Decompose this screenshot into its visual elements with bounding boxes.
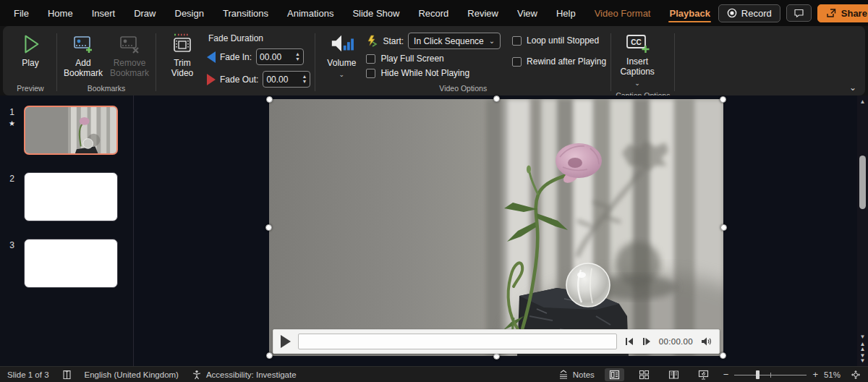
zoom-control: − + 51% [723,369,841,380]
menu-file[interactable]: File [6,4,37,23]
move-back-button[interactable] [624,336,634,347]
slide-thumbnail-3[interactable] [24,239,118,288]
menu-review[interactable]: Review [459,4,506,23]
insert-captions-icon: CC [625,33,650,54]
group-preview: Play Preview [4,29,56,96]
play-button[interactable]: Play [9,30,52,70]
fade-in-spinner[interactable]: 00.00 ▲▼ [256,48,304,65]
slide-1-number: 1 ★ [0,106,24,155]
svg-text:CC: CC [631,38,641,46]
resize-handle-top-right[interactable] [720,96,726,103]
start-icon [366,35,378,47]
zoom-slider-thumb[interactable] [756,370,760,379]
video-object[interactable]: 00:00.00 [269,99,723,356]
slide-thumbnail-1[interactable] [24,106,118,155]
menu-animations[interactable]: Animations [279,4,341,23]
previous-slide-button[interactable]: ▲▲ [860,341,866,352]
video-seek-bar[interactable] [298,334,617,349]
next-slide-button[interactable]: ▼▼ [860,353,866,363]
group-label-bookmarks: Bookmarks [61,82,151,96]
trim-video-button[interactable]: Trim Video [161,30,204,80]
mute-button[interactable] [700,336,712,347]
remove-bookmark-icon [118,33,141,56]
record-label: Record [741,8,772,19]
volume-button[interactable]: Volume ⌄ [320,30,363,81]
move-forward-button[interactable] [642,336,652,347]
zoom-slider[interactable] [734,370,807,379]
group-bookmarks: Add Bookmark Remove Bookmark Bookmarks [57,29,156,96]
slide-3-row: 3 [0,239,133,288]
title-bar: File Home Insert Draw Design Transitions… [0,0,868,26]
normal-view-button[interactable] [605,368,624,381]
language-button[interactable]: English (United Kingdom) [85,370,179,379]
menu-transitions[interactable]: Transitions [215,4,276,23]
checkbox-icon [366,54,375,64]
menu-help[interactable]: Help [548,4,584,23]
slide-indicator[interactable]: Slide 1 of 3 [7,370,49,379]
share-button[interactable]: Share ⌄ [817,4,868,22]
slide-show-icon [698,370,709,380]
zoom-out-button[interactable]: − [723,369,729,380]
zoom-in-button[interactable]: + [812,369,818,380]
add-bookmark-button[interactable]: Add Bookmark [61,30,105,80]
loop-until-stopped-checkbox[interactable]: Loop until Stopped [512,35,606,46]
record-icon [727,8,737,18]
menu-bar: File Home Insert Draw Design Transitions… [6,4,718,23]
notes-button[interactable]: Notes [558,370,595,379]
video-play-button[interactable] [281,335,291,348]
rewind-after-playing-checkbox[interactable]: Rewind after Playing [512,56,606,67]
menu-view[interactable]: View [509,4,545,23]
play-full-screen-checkbox[interactable]: Play Full Screen [366,54,501,64]
menu-home[interactable]: Home [40,4,81,23]
comment-icon [793,8,804,18]
group-label-preview: Preview [9,82,52,96]
menu-design[interactable]: Design [167,4,212,23]
transition-star-icon: ★ [0,119,24,127]
share-label: Share [841,8,867,19]
scrollbar-thumb[interactable] [859,156,866,209]
fade-out-spinner[interactable]: 00.00 ▲▼ [263,71,310,88]
resize-handle-bottom-left[interactable] [266,352,273,359]
tab-video-format[interactable]: Video Format [587,4,659,23]
reading-view-button[interactable] [664,368,684,381]
tab-playback-active[interactable]: Playback [661,4,718,23]
fade-in-label: Fade In: [220,52,252,62]
scroll-up-button[interactable]: ▲ [860,96,866,108]
scroll-down-button[interactable]: ▼ [860,334,866,340]
slide-show-button[interactable] [694,368,713,381]
resize-handle-middle-right[interactable] [720,224,727,231]
fade-in-spin-arrows[interactable]: ▲▼ [295,52,300,61]
fit-slide-to-window-button[interactable] [851,370,861,380]
spell-check-button[interactable] [62,370,72,380]
remove-bookmark-button[interactable]: Remove Bookmark [108,30,151,80]
remove-bookmark-label: Remove Bookmark [109,58,150,78]
hide-while-not-playing-checkbox[interactable]: Hide While Not Playing [366,68,501,78]
menu-draw[interactable]: Draw [126,4,163,23]
insert-captions-button[interactable]: CC Insert Captions ⌄ [616,30,659,90]
zoom-level[interactable]: 51% [824,370,841,379]
slide-sorter-icon [639,370,650,380]
group-video-options: Volume ⌄ Start: In Click Sequence ⌄ [315,29,610,96]
menu-insert[interactable]: Insert [84,4,124,23]
rewind-after-playing-label: Rewind after Playing [527,56,606,67]
start-dropdown[interactable]: In Click Sequence ⌄ [408,33,501,49]
loop-until-stopped-label: Loop until Stopped [527,35,599,46]
resize-handle-middle-left[interactable] [265,224,272,231]
slide-sorter-view-button[interactable] [634,368,654,381]
share-icon [826,8,837,18]
accessibility-button[interactable]: Accessibility: Investigate [192,370,297,380]
vertical-scrollbar: ▲ ▼ ▲▲ ▼▼ [857,96,868,366]
resize-handle-top-center[interactable] [493,96,500,102]
resize-handle-top-left[interactable] [266,96,273,103]
comments-button[interactable] [786,4,812,22]
resize-handle-bottom-center[interactable] [493,353,500,360]
slide-thumbnail-2[interactable] [24,172,118,221]
resize-handle-bottom-right[interactable] [720,352,726,359]
menu-slide-show[interactable]: Slide Show [344,4,407,23]
record-button[interactable]: Record [718,4,780,22]
collapse-ribbon-button[interactable]: ⌄ [849,82,856,93]
slide-thumbnail-panel: 1 ★ 2 [0,96,134,366]
menu-record[interactable]: Record [410,4,456,23]
fade-out-spin-arrows[interactable]: ▲▼ [302,75,307,84]
proofing-book-icon [62,370,72,380]
